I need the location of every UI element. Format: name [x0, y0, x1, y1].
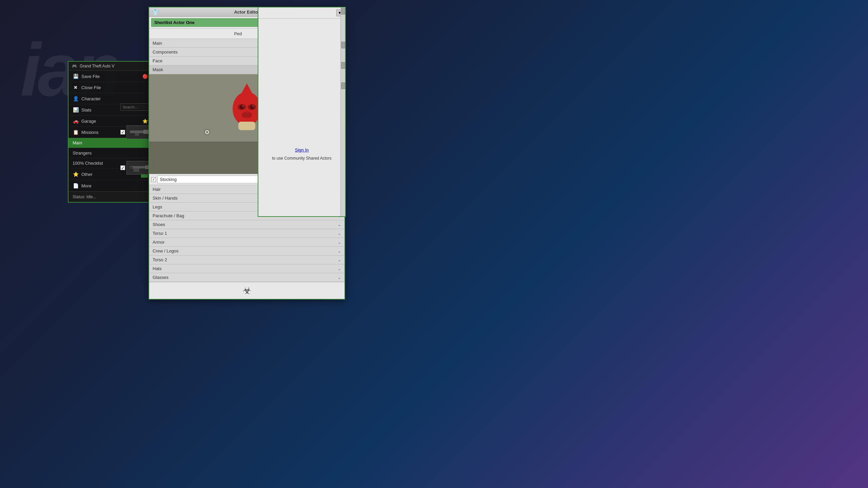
garage-star-icon: ⭐ — [142, 119, 148, 124]
torso2-expand-icon: ⌄ — [338, 258, 341, 262]
sidebar-item-main[interactable]: Main — [68, 138, 152, 148]
garage-icon: 🚗 — [73, 118, 79, 124]
svg-rect-11 — [133, 168, 139, 172]
bottom-bar: ☣ — [149, 282, 344, 299]
stocking-checkbox[interactable]: ✓ — [151, 177, 156, 182]
sidebar-header: 🎮 Grand Theft Auto V — [68, 62, 152, 71]
status-bar: Status: Idle... — [68, 191, 152, 202]
svg-point-22 — [242, 105, 243, 107]
svg-rect-27 — [238, 122, 255, 130]
sidebar-label-strangers: Strangers — [73, 150, 92, 156]
sidebar-item-strangers[interactable]: Strangers — [68, 148, 152, 158]
glasses-expand-icon: ⌄ — [338, 275, 341, 280]
sidebar-label-main: Main — [73, 140, 82, 145]
stocking-value: Stocking — [160, 177, 177, 182]
sidebar-item-save-file[interactable]: 💾 Save File 🔴 — [68, 71, 152, 82]
svg-rect-12 — [129, 167, 133, 168]
torso1-section-header[interactable]: Torso 1 ⌄ — [149, 229, 344, 238]
status-text: Status: Idle... — [73, 195, 96, 199]
torso2-section-label: Torso 2 — [153, 257, 167, 262]
glasses-section-label: Glasses — [153, 275, 169, 280]
hats-section-header[interactable]: Hats ⌄ — [149, 264, 344, 273]
crew-section-label: Crew / Logos — [153, 248, 179, 253]
components-section-label: Components — [153, 49, 178, 55]
shortlist-value: Shortlist Actor One — [154, 20, 195, 25]
sidebar-label-more: More — [81, 183, 92, 188]
sidebar-label-character: Character — [81, 96, 101, 101]
svg-point-26 — [245, 110, 249, 113]
face-section-label: Face — [153, 58, 162, 63]
titlebar-icon-area: 👕 — [152, 9, 159, 15]
sidebar-title: Grand Theft Auto V — [80, 64, 115, 68]
torso1-section-label: Torso 1 — [153, 231, 167, 236]
sidebar-label-missions: Missions — [81, 130, 99, 135]
sidebar-item-character[interactable]: 👤 Character — [68, 93, 152, 104]
sidebar-label-other: Other — [81, 172, 93, 177]
missions-icon: 📋 — [73, 129, 79, 135]
glasses-section-header[interactable]: Glasses ⌄ — [149, 273, 344, 282]
sidebar-item-close-file[interactable]: ✖ Close File — [68, 82, 152, 93]
stats-icon: 📊 — [73, 107, 79, 113]
svg-point-17 — [233, 92, 261, 126]
search-input[interactable] — [120, 103, 151, 111]
sidebar-item-more[interactable]: 📄 More — [68, 180, 152, 191]
right-panel-scrollbar[interactable] — [340, 7, 345, 216]
mask-section-label: Mask — [153, 67, 163, 72]
hats-expand-icon: ⌄ — [338, 266, 341, 271]
scrollbar-thumb-top — [341, 8, 345, 15]
shoes-section-header[interactable]: Shoes ⌄ — [149, 220, 344, 229]
sidebar-label-close-file: Close File — [81, 85, 101, 90]
hats-section-label: Hats — [153, 266, 162, 271]
hair-section-label: Hair — [153, 187, 161, 192]
search-area — [120, 103, 151, 111]
crew-section-header[interactable]: Crew / Logos ⌄ — [149, 247, 344, 256]
close-file-icon: ✖ — [73, 84, 79, 90]
more-icon: 📄 — [73, 183, 79, 189]
community-text: to use Community Shared Actors — [272, 156, 331, 161]
shoes-section-label: Shoes — [153, 222, 165, 227]
skin-section-label: Skin / Hands — [153, 196, 178, 201]
sidebar-label-garage: Garage — [81, 119, 96, 124]
svg-point-23 — [252, 105, 254, 107]
scrollbar-thumb-mid3 — [341, 82, 345, 89]
other-star-icon: ⭐ — [73, 171, 79, 177]
right-panel: ▼ Sign In to use Community Shared Actors — [258, 7, 346, 217]
sidebar-label-checklist: 100% Checklist — [73, 161, 103, 166]
right-panel-content: Sign In to use Community Shared Actors — [258, 141, 345, 167]
parachute-section-label: Parachute / Bag — [153, 213, 184, 218]
biohazard-icon: ☣ — [243, 285, 251, 296]
save-file-indicator: 🔴 — [142, 74, 148, 79]
weapon-checkbox-1[interactable]: ✓ — [120, 130, 125, 135]
torso2-section-header[interactable]: Torso 2 ⌄ — [149, 256, 344, 264]
sidebar-label-save-file: Save File — [81, 74, 100, 79]
weapon-checkbox-2[interactable]: ✓ — [120, 165, 125, 170]
character-icon: 👤 — [73, 96, 79, 102]
armor-section-header[interactable]: Armor ⌄ — [149, 238, 344, 247]
shoes-expand-icon: ⌄ — [338, 222, 341, 227]
legs-section-label: Legs — [153, 204, 162, 209]
actor-editor-title: Actor Editor — [234, 9, 259, 15]
armor-section-label: Armor — [153, 240, 164, 245]
titlebar-person-icon: 👕 — [152, 9, 159, 15]
svg-rect-8 — [135, 133, 139, 136]
sign-in-link[interactable]: Sign In — [295, 147, 309, 152]
armor-expand-icon: ⌄ — [338, 240, 341, 245]
scrollbar-thumb-mid2 — [341, 62, 345, 69]
scrollbar-thumb-mid1 — [341, 42, 345, 48]
right-panel-top: ▼ — [258, 7, 345, 19]
sidebar-label-stats: Stats — [81, 107, 92, 113]
save-file-icon: 💾 — [73, 73, 79, 79]
torso1-expand-icon: ⌄ — [338, 231, 341, 236]
crew-expand-icon: ⌄ — [338, 249, 341, 253]
main-section-label: Main — [153, 41, 162, 46]
sidebar-logo-icon: 🎮 — [72, 64, 77, 68]
